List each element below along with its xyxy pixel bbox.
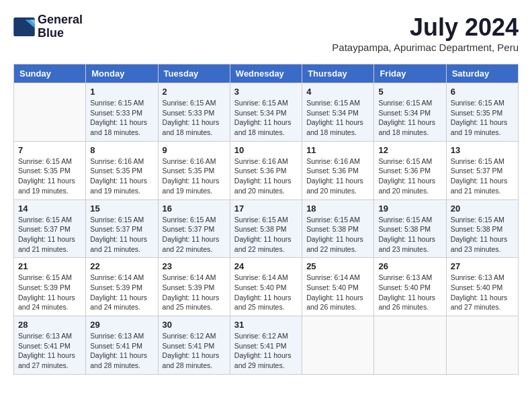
calendar-cell: 29Sunrise: 6:13 AMSunset: 5:41 PMDayligh… xyxy=(86,316,158,375)
calendar-cell: 5Sunrise: 6:15 AMSunset: 5:34 PMDaylight… xyxy=(374,83,446,142)
calendar-cell: 3Sunrise: 6:15 AMSunset: 5:34 PMDaylight… xyxy=(230,83,302,142)
cell-info: Sunrise: 6:14 AMSunset: 5:40 PMDaylight:… xyxy=(306,273,369,312)
cell-info: Sunrise: 6:13 AMSunset: 5:41 PMDaylight:… xyxy=(90,331,153,371)
col-header-sunday: Sunday xyxy=(14,64,86,83)
day-number: 21 xyxy=(18,261,81,271)
logo: General Blue xyxy=(13,13,83,40)
cell-info: Sunrise: 6:15 AMSunset: 5:37 PMDaylight:… xyxy=(163,215,226,255)
cell-info: Sunrise: 6:15 AMSunset: 5:38 PMDaylight:… xyxy=(378,215,441,255)
day-number: 20 xyxy=(451,203,514,214)
location-subtitle: Pataypampa, Apurimac Department, Peru xyxy=(332,42,519,53)
day-number: 1 xyxy=(90,87,153,97)
cell-info: Sunrise: 6:14 AMSunset: 5:39 PMDaylight:… xyxy=(90,273,153,312)
calendar-cell: 23Sunrise: 6:14 AMSunset: 5:39 PMDayligh… xyxy=(158,258,230,316)
cell-info: Sunrise: 6:15 AMSunset: 5:35 PMDaylight:… xyxy=(451,98,514,138)
cell-info: Sunrise: 6:15 AMSunset: 5:36 PMDaylight:… xyxy=(378,156,441,196)
calendar-cell: 30Sunrise: 6:12 AMSunset: 5:41 PMDayligh… xyxy=(158,316,230,375)
calendar-cell: 6Sunrise: 6:15 AMSunset: 5:35 PMDaylight… xyxy=(446,83,518,142)
day-number: 15 xyxy=(90,203,153,214)
calendar-cell: 31Sunrise: 6:12 AMSunset: 5:41 PMDayligh… xyxy=(230,316,302,375)
calendar-cell xyxy=(446,316,518,375)
day-number: 18 xyxy=(306,203,369,214)
cell-info: Sunrise: 6:13 AMSunset: 5:40 PMDaylight:… xyxy=(378,273,441,312)
calendar-cell: 10Sunrise: 6:16 AMSunset: 5:36 PMDayligh… xyxy=(230,141,302,199)
col-header-wednesday: Wednesday xyxy=(230,64,302,83)
col-header-saturday: Saturday xyxy=(446,64,518,83)
header-row: SundayMondayTuesdayWednesdayThursdayFrid… xyxy=(14,64,519,83)
calendar-cell: 7Sunrise: 6:15 AMSunset: 5:35 PMDaylight… xyxy=(14,141,86,199)
day-number: 27 xyxy=(451,261,514,271)
cell-info: Sunrise: 6:15 AMSunset: 5:38 PMDaylight:… xyxy=(234,215,298,255)
calendar-cell: 1Sunrise: 6:15 AMSunset: 5:33 PMDaylight… xyxy=(86,83,158,142)
day-number: 11 xyxy=(306,145,369,155)
cell-info: Sunrise: 6:12 AMSunset: 5:41 PMDaylight:… xyxy=(234,331,298,371)
day-number: 17 xyxy=(234,203,298,214)
week-row-1: 1Sunrise: 6:15 AMSunset: 5:33 PMDaylight… xyxy=(14,83,519,142)
cell-info: Sunrise: 6:16 AMSunset: 5:36 PMDaylight:… xyxy=(306,156,369,196)
cell-info: Sunrise: 6:14 AMSunset: 5:40 PMDaylight:… xyxy=(234,273,298,312)
day-number: 9 xyxy=(163,145,226,155)
logo-icon xyxy=(13,17,35,36)
cell-info: Sunrise: 6:15 AMSunset: 5:37 PMDaylight:… xyxy=(451,156,514,196)
calendar-cell: 25Sunrise: 6:14 AMSunset: 5:40 PMDayligh… xyxy=(302,258,374,316)
cell-info: Sunrise: 6:12 AMSunset: 5:41 PMDaylight:… xyxy=(163,331,226,371)
week-row-3: 14Sunrise: 6:15 AMSunset: 5:37 PMDayligh… xyxy=(14,199,519,258)
cell-info: Sunrise: 6:15 AMSunset: 5:33 PMDaylight:… xyxy=(163,98,226,138)
calendar-cell: 17Sunrise: 6:15 AMSunset: 5:38 PMDayligh… xyxy=(230,199,302,258)
calendar-cell xyxy=(374,316,446,375)
day-number: 2 xyxy=(163,87,226,97)
day-number: 19 xyxy=(378,203,441,214)
calendar-cell: 14Sunrise: 6:15 AMSunset: 5:37 PMDayligh… xyxy=(14,199,86,258)
cell-info: Sunrise: 6:15 AMSunset: 5:33 PMDaylight:… xyxy=(90,98,153,138)
cell-info: Sunrise: 6:15 AMSunset: 5:34 PMDaylight:… xyxy=(378,98,441,138)
day-number: 22 xyxy=(90,261,153,271)
calendar-cell: 4Sunrise: 6:15 AMSunset: 5:34 PMDaylight… xyxy=(302,83,374,142)
calendar-cell: 18Sunrise: 6:15 AMSunset: 5:38 PMDayligh… xyxy=(302,199,374,258)
calendar-cell: 13Sunrise: 6:15 AMSunset: 5:37 PMDayligh… xyxy=(446,141,518,199)
calendar-cell: 9Sunrise: 6:16 AMSunset: 5:35 PMDaylight… xyxy=(158,141,230,199)
day-number: 31 xyxy=(234,320,298,330)
cell-info: Sunrise: 6:15 AMSunset: 5:39 PMDaylight:… xyxy=(18,273,81,312)
day-number: 24 xyxy=(234,261,298,271)
day-number: 29 xyxy=(90,320,153,330)
day-number: 26 xyxy=(378,261,441,271)
week-row-2: 7Sunrise: 6:15 AMSunset: 5:35 PMDaylight… xyxy=(14,141,519,199)
calendar-cell: 15Sunrise: 6:15 AMSunset: 5:37 PMDayligh… xyxy=(86,199,158,258)
col-header-monday: Monday xyxy=(86,64,158,83)
cell-info: Sunrise: 6:15 AMSunset: 5:37 PMDaylight:… xyxy=(18,215,81,255)
calendar-table: SundayMondayTuesdayWednesdayThursdayFrid… xyxy=(13,64,519,375)
day-number: 13 xyxy=(451,145,514,155)
cell-info: Sunrise: 6:15 AMSunset: 5:34 PMDaylight:… xyxy=(234,98,298,138)
cell-info: Sunrise: 6:16 AMSunset: 5:35 PMDaylight:… xyxy=(90,156,153,196)
calendar-cell: 22Sunrise: 6:14 AMSunset: 5:39 PMDayligh… xyxy=(86,258,158,316)
day-number: 25 xyxy=(306,261,369,271)
calendar-cell: 12Sunrise: 6:15 AMSunset: 5:36 PMDayligh… xyxy=(374,141,446,199)
calendar-cell: 11Sunrise: 6:16 AMSunset: 5:36 PMDayligh… xyxy=(302,141,374,199)
cell-info: Sunrise: 6:15 AMSunset: 5:38 PMDaylight:… xyxy=(451,215,514,255)
calendar-cell: 21Sunrise: 6:15 AMSunset: 5:39 PMDayligh… xyxy=(14,258,86,316)
cell-info: Sunrise: 6:15 AMSunset: 5:37 PMDaylight:… xyxy=(90,215,153,255)
cell-info: Sunrise: 6:16 AMSunset: 5:35 PMDaylight:… xyxy=(163,156,226,196)
calendar-cell: 19Sunrise: 6:15 AMSunset: 5:38 PMDayligh… xyxy=(374,199,446,258)
day-number: 3 xyxy=(234,87,298,97)
day-number: 28 xyxy=(18,320,81,330)
day-number: 12 xyxy=(378,145,441,155)
calendar-cell: 26Sunrise: 6:13 AMSunset: 5:40 PMDayligh… xyxy=(374,258,446,316)
calendar-cell: 16Sunrise: 6:15 AMSunset: 5:37 PMDayligh… xyxy=(158,199,230,258)
calendar-cell: 24Sunrise: 6:14 AMSunset: 5:40 PMDayligh… xyxy=(230,258,302,316)
month-title: July 2024 xyxy=(332,13,519,42)
title-block: July 2024 Pataypampa, Apurimac Departmen… xyxy=(332,13,519,53)
cell-info: Sunrise: 6:15 AMSunset: 5:34 PMDaylight:… xyxy=(306,98,369,138)
day-number: 10 xyxy=(234,145,298,155)
cell-info: Sunrise: 6:14 AMSunset: 5:39 PMDaylight:… xyxy=(163,273,226,312)
day-number: 14 xyxy=(18,203,81,214)
calendar-cell: 28Sunrise: 6:13 AMSunset: 5:41 PMDayligh… xyxy=(14,316,86,375)
cell-info: Sunrise: 6:13 AMSunset: 5:40 PMDaylight:… xyxy=(451,273,514,312)
day-number: 16 xyxy=(163,203,226,214)
day-number: 8 xyxy=(90,145,153,155)
cell-info: Sunrise: 6:15 AMSunset: 5:35 PMDaylight:… xyxy=(18,156,81,196)
day-number: 6 xyxy=(451,87,514,97)
col-header-thursday: Thursday xyxy=(302,64,374,83)
col-header-tuesday: Tuesday xyxy=(158,64,230,83)
page-header: General Blue July 2024 Pataypampa, Apuri… xyxy=(13,13,519,53)
